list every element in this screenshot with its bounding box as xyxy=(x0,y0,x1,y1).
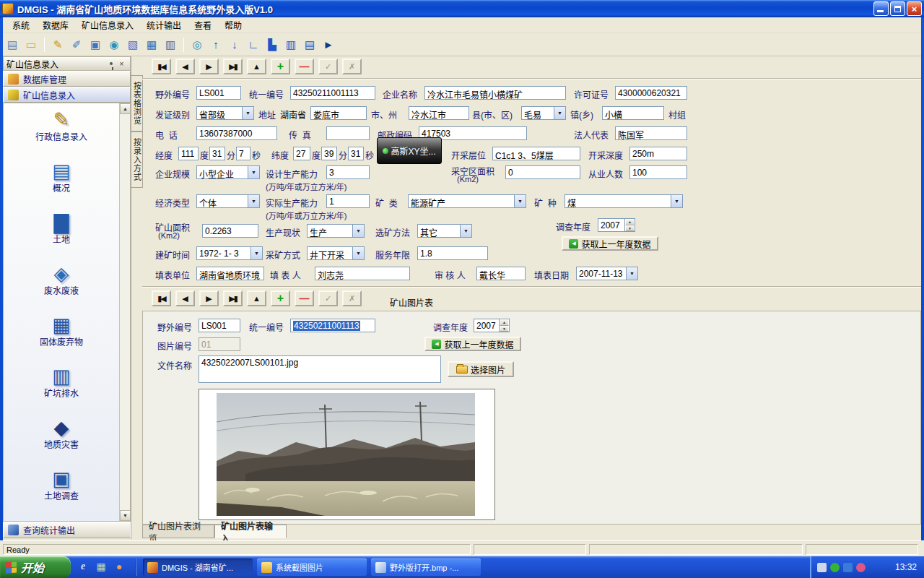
build-time-select[interactable]: 1972- 1- 3▼ xyxy=(196,246,263,260)
goaf-area-input[interactable]: 0 xyxy=(505,165,580,179)
nav-next-button[interactable]: ▶ xyxy=(199,59,219,74)
actual-capacity-input[interactable]: 1 xyxy=(326,194,370,208)
buildings-icon[interactable]: ▙ xyxy=(264,37,280,53)
pin-button[interactable] xyxy=(105,59,116,69)
mining-layer-input[interactable]: C1c1 3、5煤层 xyxy=(492,147,580,160)
file-name-input[interactable]: 4325022007LS00101.jpg xyxy=(199,355,441,383)
sidebar-scrollbar[interactable]: ▲ ▼ xyxy=(119,103,130,521)
auditor-input[interactable]: 戴长华 xyxy=(476,267,526,280)
book-icon[interactable]: ▤ xyxy=(302,37,318,53)
latitude-min-input[interactable]: 39 xyxy=(321,147,337,160)
sign-pencil-icon[interactable]: ✐ xyxy=(69,37,84,53)
pink-tray-icon[interactable] xyxy=(856,563,866,572)
menu-help[interactable]: 帮助 xyxy=(218,17,248,33)
scroll-down-icon[interactable]: ▼ xyxy=(120,510,131,521)
ie-icon[interactable]: e xyxy=(77,560,90,573)
menu-view[interactable]: 查看 xyxy=(188,17,218,33)
sidebar-item-admin-info[interactable]: ✎ 行政信息录入 xyxy=(4,106,119,158)
longitude-min-input[interactable]: 31 xyxy=(209,147,225,160)
scale-select[interactable]: 小型企业▼ xyxy=(196,165,260,179)
show-desktop-icon[interactable]: ▦ xyxy=(95,560,108,573)
print-icon[interactable]: ▥ xyxy=(162,37,178,53)
nav2-last-button[interactable]: ▶▮ xyxy=(223,290,243,306)
sidebar-close-button[interactable]: × xyxy=(116,59,127,69)
columns-icon[interactable]: ▥ xyxy=(283,37,299,53)
vtab-entry-mode[interactable]: 按录入方式 xyxy=(131,131,143,188)
service-years-input[interactable]: 1.8 xyxy=(417,246,488,260)
export-arrow-icon[interactable]: ► xyxy=(321,37,336,53)
task-screenshots-folder[interactable]: 系统截图图片 xyxy=(257,558,367,576)
spin-down-icon[interactable]: ▼ xyxy=(625,225,635,232)
nav2-confirm-button[interactable]: ✓ xyxy=(318,290,338,306)
choose-picture-button[interactable]: 选择图片 xyxy=(448,361,514,377)
pic-unified-no-input[interactable]: 43250211001113 xyxy=(290,319,375,332)
mine-kind-select[interactable]: 煤▼ xyxy=(565,194,683,208)
close-button[interactable]: × xyxy=(907,1,922,16)
down-arrow-icon[interactable]: ↓ xyxy=(227,37,243,53)
tab-picture-input[interactable]: 矿山图片表输入 xyxy=(214,525,287,538)
tab-picture-browse[interactable]: 矿山图片表浏览 xyxy=(142,525,214,538)
county-select[interactable]: 毛易▼ xyxy=(521,106,566,120)
scroll-up-icon[interactable]: ▲ xyxy=(120,103,131,114)
minimize-button[interactable] xyxy=(873,1,889,16)
sidebar-item-overview[interactable]: ▤ 概况 xyxy=(4,158,119,209)
green-tray-icon[interactable] xyxy=(830,563,840,572)
task-dmgis[interactable]: DMGIS - 湖南省矿... xyxy=(143,558,253,576)
nav2-prev-button[interactable]: ◀ xyxy=(175,290,195,306)
keyboard-tray-icon[interactable] xyxy=(817,563,827,572)
menu-database[interactable]: 数据库 xyxy=(36,17,75,33)
sidebar-item-solid-waste[interactable]: ▦ 固体废弃物 xyxy=(4,311,119,363)
task-bmp-image[interactable]: 野外版打开.bmp -... xyxy=(371,558,481,576)
spin-up-icon[interactable]: ▲ xyxy=(500,319,509,326)
menu-statistics-output[interactable]: 统计输出 xyxy=(140,17,188,33)
longitude-deg-input[interactable]: 111 xyxy=(178,147,199,160)
cert-level-select[interactable]: 省部级▼ xyxy=(196,106,254,120)
nav2-delete-button[interactable]: — xyxy=(295,290,314,306)
license-input[interactable]: 4300000620321 xyxy=(615,86,687,100)
globe-icon[interactable]: ◎ xyxy=(189,37,205,53)
media-player-icon[interactable]: ● xyxy=(113,560,126,573)
pic-field-no-input[interactable]: LS001 xyxy=(199,319,240,332)
fetch-last-year-button[interactable]: ◀ 获取上一年度数据 xyxy=(562,236,658,251)
nav2-add-button[interactable]: + xyxy=(271,290,290,306)
new-file-icon[interactable]: ▤ xyxy=(4,37,20,53)
nav-first-button[interactable]: ▮◀ xyxy=(152,59,171,74)
fill-unit-input[interactable]: 湖南省地质环境 xyxy=(196,267,264,280)
nav-add-button[interactable]: + xyxy=(271,59,290,74)
latitude-deg-input[interactable]: 27 xyxy=(293,147,310,160)
town-input[interactable]: 小横 xyxy=(602,106,664,120)
layers-icon[interactable]: ▧ xyxy=(125,37,141,53)
fax-input[interactable] xyxy=(326,126,370,140)
fill-date-select[interactable]: 2007-11-13▼ xyxy=(576,267,638,280)
city2-input[interactable]: 冷水江市 xyxy=(409,106,469,120)
nav2-top-button[interactable]: ▲ xyxy=(247,290,266,306)
pic-fetch-last-year-button[interactable]: ◀ 获取上一年度数据 xyxy=(424,337,521,351)
pic-survey-year-spinner[interactable]: 2007 ▲▼ xyxy=(474,319,510,332)
sidebar-item-partial[interactable]: ▆ xyxy=(4,517,119,522)
nav-last-button[interactable]: ▶▮ xyxy=(223,59,243,74)
city-input[interactable]: 娄底市 xyxy=(310,106,367,120)
copy-page-icon[interactable]: ▣ xyxy=(87,37,103,53)
company-input[interactable]: 冷水江市毛易镇小横煤矿 xyxy=(424,86,566,100)
production-status-select[interactable]: 生产▼ xyxy=(307,224,365,238)
mine-class-select[interactable]: 能源矿产▼ xyxy=(408,194,526,208)
economy-type-select[interactable]: 个体▼ xyxy=(196,194,260,208)
sidebar-item-pit-drainage[interactable]: ▥ 矿坑排水 xyxy=(4,363,119,414)
menu-mine-info-entry[interactable]: 矿山信息录入 xyxy=(75,17,140,33)
menu-system[interactable]: 系统 xyxy=(6,17,36,33)
sidebar-group-mine-entry[interactable]: 矿山信息录入 xyxy=(3,87,131,103)
nav-cancel-button[interactable]: ✗ xyxy=(342,59,362,74)
sidebar-item-land[interactable]: ▇ 土地 xyxy=(4,209,119,260)
sidebar-footer-query-output[interactable]: 查询统计输出 xyxy=(3,522,131,538)
field-no-input[interactable]: LS001 xyxy=(196,86,241,100)
vtab-table-browse[interactable]: 按表格浏览 xyxy=(131,75,143,131)
spin-down-icon[interactable]: ▼ xyxy=(500,326,509,332)
spin-up-icon[interactable]: ▲ xyxy=(625,219,635,225)
mine-area-input[interactable]: 0.2263 xyxy=(202,224,258,238)
nav2-next-button[interactable]: ▶ xyxy=(199,290,219,306)
latitude-sec-input[interactable]: 31 xyxy=(348,147,364,160)
cube-icon[interactable]: ▦ xyxy=(144,37,160,53)
fill-person-input[interactable]: 刘志尧 xyxy=(315,267,410,280)
mining-depth-input[interactable]: 250m xyxy=(629,147,687,160)
sidebar-item-land-survey[interactable]: ▣ 土地调查 xyxy=(4,465,119,517)
